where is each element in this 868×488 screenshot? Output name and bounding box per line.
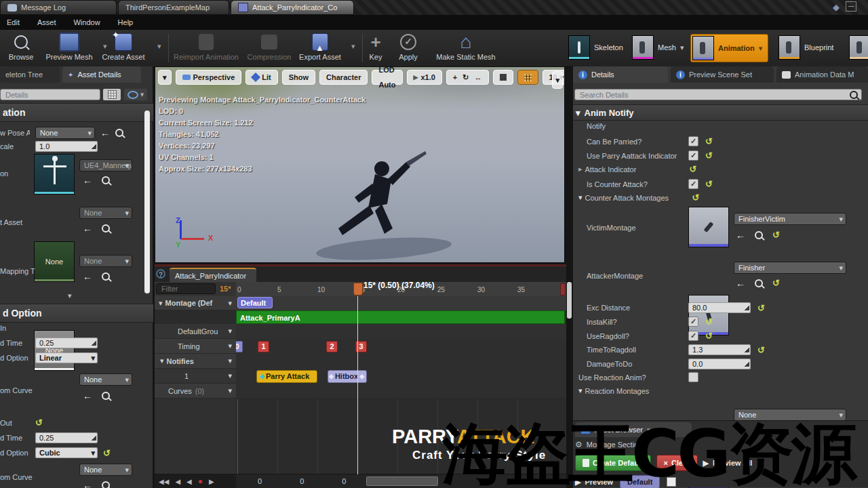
timeline-end-marker[interactable]	[560, 283, 566, 296]
step-back-button[interactable]: ◀	[175, 478, 180, 485]
reset-icon[interactable]: ↺	[705, 331, 713, 340]
family-skeleton-button[interactable]: Skeleton	[568, 35, 623, 60]
is-counter-attack-checkbox[interactable]: ✓	[688, 179, 698, 189]
section-animation[interactable]: ation	[0, 103, 153, 122]
rotate-tool-icon[interactable]: ↻	[462, 70, 469, 85]
reset-icon[interactable]: ↺	[705, 137, 713, 146]
notify-hitbox[interactable]: ◆ Hitbox ◆	[328, 370, 367, 383]
damage-to-do-input[interactable]: 0.0	[688, 359, 751, 369]
record-button[interactable]: ●	[198, 476, 203, 486]
group-track-lane[interactable]	[236, 324, 566, 340]
track-options-caret-icon[interactable]: ▾	[228, 386, 232, 395]
create-asset-button[interactable]: ✦ Create Asset	[92, 32, 155, 61]
tab-message-log[interactable]: Message Log	[0, 0, 117, 15]
use-selected-icon[interactable]: ←	[100, 129, 110, 137]
reset-icon[interactable]: ↺	[705, 151, 713, 160]
make-static-mesh-button[interactable]: ⌂ Make Static Mesh	[429, 32, 503, 61]
move-tool-icon[interactable]: +	[453, 70, 457, 85]
curves-track-lane[interactable]	[236, 384, 566, 399]
browse-to-icon[interactable]	[102, 224, 110, 232]
reset-icon[interactable]: ↺	[692, 193, 700, 202]
viewport-expand-button[interactable]: ▾	[552, 71, 563, 89]
timing-marker-0[interactable]: 0	[236, 341, 243, 352]
expand-icon[interactable]: ▾	[578, 193, 583, 202]
animation-caret-icon[interactable]: ▾	[759, 44, 763, 53]
mapping-table-dropdown[interactable]: None▾	[79, 255, 132, 267]
skeleton-asset-thumbnail[interactable]	[34, 154, 75, 195]
timeline-scrollbar[interactable]	[366, 476, 438, 486]
timeline-document-tab[interactable]: Attack_ParryIndicator	[170, 268, 256, 282]
use-selected-icon[interactable]: ←	[736, 279, 745, 287]
reset-icon[interactable]: ↺	[705, 180, 713, 188]
use-selected-icon[interactable]: ←	[83, 224, 92, 232]
blend-out-time-input[interactable]: 0.25	[35, 432, 98, 443]
blend-out-option-dropdown[interactable]: Cubic▾	[35, 447, 98, 458]
blend-in-time-input[interactable]: 0.25	[35, 338, 98, 348]
scale-input[interactable]: 1.0	[35, 141, 98, 152]
create-asset-caret-icon[interactable]: ▾	[157, 42, 161, 51]
mapping-table-thumbnail[interactable]: None	[34, 330, 75, 371]
tab-thirdperson-map[interactable]: ThirdPersonExampleMap	[118, 0, 229, 15]
tab-skeleton-tree[interactable]: eleton Tree	[0, 66, 60, 83]
family-physics-button[interactable]	[849, 35, 868, 60]
family-mesh-button[interactable]: Mesh ▾	[632, 35, 684, 60]
blend-in-option-dropdown[interactable]: Linear▾	[35, 352, 98, 363]
viewport-options-button[interactable]: ▾	[158, 70, 172, 85]
use-parry-indicator-checkbox[interactable]: ✓	[688, 150, 698, 161]
play-reverse-button[interactable]: ◀	[186, 478, 192, 485]
grid-snap-button[interactable]	[517, 70, 538, 85]
browse-to-icon[interactable]	[102, 392, 110, 400]
browse-to-icon[interactable]	[102, 272, 110, 281]
asset-thumbnail[interactable]: None	[34, 241, 75, 282]
time-to-ragdoll-input[interactable]: 1.3	[688, 344, 751, 355]
section-default-chip[interactable]: Default	[237, 297, 273, 308]
timing-marker-1[interactable]: 1	[258, 341, 269, 352]
custom-curve2-dropdown[interactable]: None▾	[79, 464, 132, 476]
family-animation-button[interactable]: Animation ▾	[690, 34, 768, 62]
menu-edit[interactable]: Edit	[7, 18, 20, 26]
track-options-caret-icon[interactable]: ▾	[228, 299, 232, 308]
montage-track-header[interactable]: ▾ Montage (Def ▾	[155, 296, 236, 310]
use-selected-icon[interactable]: ←	[83, 176, 92, 184]
menu-asset[interactable]: Asset	[37, 18, 56, 26]
section-anim-notify[interactable]: ▾Anim Notify	[573, 104, 868, 121]
track-filter[interactable]	[156, 283, 216, 294]
viewport[interactable]: ▾ Perspective Lit Show Character LOD Aut…	[155, 66, 565, 263]
expand-icon[interactable]: ▾	[578, 386, 583, 395]
track-options-caret-icon[interactable]: ▾	[228, 342, 232, 350]
animation-segment-bar[interactable]: Attack_PrimaryA	[236, 310, 565, 324]
expand-icon[interactable]: ▾	[159, 299, 163, 308]
expand-icon[interactable]: ▸	[578, 165, 583, 174]
collapse-chevron-icon[interactable]: ▾	[68, 291, 72, 300]
montage-section-track[interactable]: Default	[236, 296, 566, 311]
tab-preview-scene-settings[interactable]: iPreview Scene Set	[671, 66, 774, 83]
expand-icon[interactable]: ▾	[160, 357, 164, 365]
to-front-button[interactable]: ◀◀	[159, 478, 169, 485]
victim-montage-dropdown[interactable]: FinisherVictim▾	[734, 213, 846, 225]
character-button[interactable]: Character	[319, 70, 368, 85]
asset-details-search-input[interactable]	[4, 90, 103, 100]
track-options-caret-icon[interactable]: ▾	[228, 327, 232, 336]
view-options-button[interactable]: ▾	[124, 89, 147, 100]
play-button[interactable]: ▶	[209, 478, 214, 485]
coordinate-system-button[interactable]	[493, 70, 513, 85]
browse-to-icon[interactable]	[102, 176, 110, 184]
reset-icon[interactable]: ↺	[103, 449, 111, 458]
attacker-montage-thumbnail[interactable]	[688, 295, 729, 336]
asset-dropdown[interactable]: None▾	[79, 207, 132, 219]
reimport-animation-button[interactable]: Reimport Animation	[171, 32, 241, 61]
timing-track-lane[interactable]: 0 1 2 3	[236, 339, 566, 354]
browse-to-icon[interactable]	[115, 129, 123, 137]
instakill-checkbox[interactable]: ✓	[688, 317, 698, 327]
lit-button[interactable]: Lit	[245, 70, 277, 85]
scale-tool-icon[interactable]: ↔	[475, 70, 482, 85]
browse-to-icon[interactable]	[755, 279, 763, 287]
use-selected-icon[interactable]: ←	[83, 392, 92, 400]
help-icon[interactable]: ?	[156, 269, 165, 279]
lod-auto-button[interactable]: LOD Auto	[372, 70, 402, 85]
reset-icon[interactable]: ↺	[757, 346, 765, 354]
playhead-marker[interactable]	[353, 283, 363, 296]
notify-track1-lane[interactable]: ◆ Parry Attack ◆ Hitbox ◆	[236, 369, 566, 384]
use-selected-icon[interactable]: ←	[736, 231, 745, 239]
export-asset-button[interactable]: ▲ Export Asset	[290, 32, 350, 61]
